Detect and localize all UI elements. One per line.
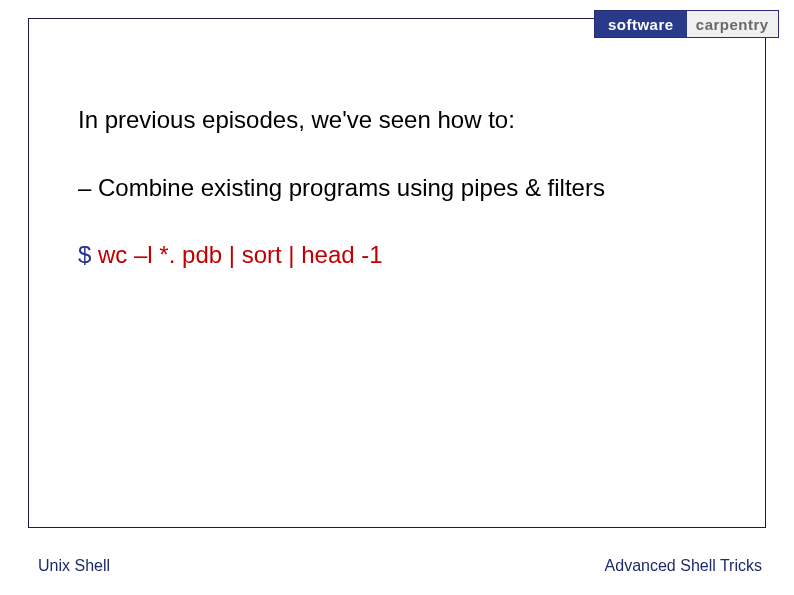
logo-left-text: software (608, 16, 674, 33)
slide-border (28, 18, 766, 528)
footer-left: Unix Shell (38, 557, 110, 575)
intro-line: In previous episodes, we've seen how to: (78, 105, 718, 135)
slide: software carpentry In previous episodes,… (0, 0, 794, 595)
logo-left: software (595, 11, 687, 37)
shell-prompt: $ (78, 241, 98, 268)
footer-right: Advanced Shell Tricks (605, 557, 762, 575)
bullet-line: – Combine existing programs using pipes … (78, 173, 718, 203)
slide-content: In previous episodes, we've seen how to:… (78, 105, 718, 269)
logo: software carpentry (594, 10, 779, 38)
command-line: $ wc –l *. pdb | sort | head -1 (78, 241, 718, 269)
logo-right: carpentry (687, 11, 779, 37)
logo-right-text: carpentry (696, 16, 769, 33)
shell-command: wc –l *. pdb | sort | head -1 (98, 241, 383, 268)
